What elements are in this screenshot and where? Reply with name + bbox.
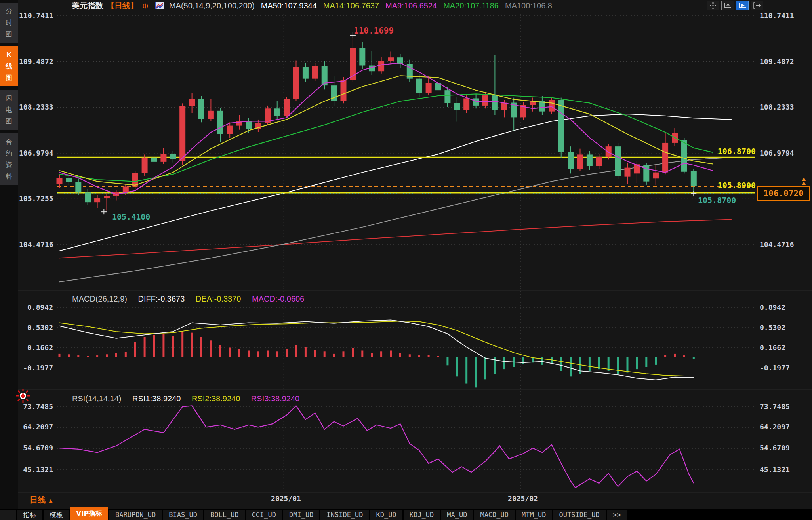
sidebar-item-kline-chart[interactable]: K线图	[0, 46, 18, 86]
tab-vip-indicators[interactable]: VIP指标	[70, 507, 108, 520]
diff-value: DIFF:-0.3673	[138, 294, 185, 303]
chart-type-sidebar: 分时图 K线图 闪电图 合约资料	[0, 0, 18, 509]
ma20-value: MA20:107.1186	[443, 1, 499, 10]
dea-value: DEA:-0.3370	[196, 294, 241, 303]
tab-dmi-ud[interactable]: DMI_UD	[283, 510, 319, 520]
tab-cci-ud[interactable]: CCI_UD	[246, 510, 282, 520]
chart-header: 美元指数 【日线】 ⊕ MA(50,14,9,20,100,200) MA50:…	[18, 0, 812, 11]
sidebar-item-time-chart[interactable]: 分时图	[0, 3, 18, 43]
macd-axis-label: 0.1662	[19, 344, 53, 352]
levels-layer	[57, 157, 755, 194]
current-price-value: 106.0720	[763, 189, 803, 198]
macd-panel-title: MACD(26,12,9) DIFF:-0.3673 DEA:-0.3370 M…	[72, 294, 313, 304]
y-axis-label: 109.4872	[760, 57, 803, 66]
macd-axis-label: -0.1977	[19, 364, 53, 372]
rsi-axis-label: 54.6709	[760, 444, 803, 452]
alert-burst-icon[interactable]	[15, 388, 31, 404]
candles-layer	[57, 37, 697, 211]
y-axis-label: 110.7411	[760, 11, 803, 20]
axis-shift-icon[interactable]	[751, 1, 763, 10]
sidebar-item-flash-chart[interactable]: 闪电图	[0, 90, 18, 130]
high-price-label: 110.1699	[354, 26, 394, 36]
y-axis-label: 108.2333	[19, 103, 53, 112]
macd-value: MACD:-0.0606	[252, 294, 304, 303]
tab-inside-ud[interactable]: INSIDE_UD	[320, 510, 369, 520]
y-axis-label: 105.7255	[19, 194, 53, 203]
resistance-level-label: 106.8700	[701, 146, 756, 156]
low-price-label: 105.4100	[112, 212, 150, 222]
y-axis-label: 110.7411	[19, 11, 53, 20]
tab-spacer	[0, 510, 16, 520]
y-axis-label: 104.4716	[760, 240, 803, 249]
y-axis-label: 106.9794	[760, 149, 803, 158]
rsi-axis-label: 54.6709	[19, 444, 53, 452]
tab-ma-ud[interactable]: MA_UD	[441, 510, 473, 520]
ma14-value: MA14:106.7637	[323, 1, 379, 10]
symbol-title: 美元指数	[72, 0, 103, 11]
sidebar-item-contract-info[interactable]: 合约资料	[0, 133, 18, 185]
circle-plus-icon[interactable]: ⊕	[142, 1, 149, 10]
rsi-axis-label: 64.2097	[760, 423, 803, 431]
period-indicator[interactable]: 日线 ▲	[30, 495, 53, 505]
price-chart-svg[interactable]	[18, 11, 812, 493]
tab-outside-ud[interactable]: OUTSIDE_UD	[553, 510, 605, 520]
rsi-layer	[59, 406, 694, 488]
rsi-axis-label: 73.7485	[760, 402, 803, 411]
macd-axis-label: 0.5302	[19, 323, 53, 332]
tab-bias-ud[interactable]: BIAS_UD	[163, 510, 203, 520]
rsi1-value: RSI1:38.9240	[132, 394, 181, 403]
tab-templates[interactable]: 模板	[44, 510, 69, 520]
ma-settings-label: MA(50,14,9,20,100,200)	[169, 1, 255, 10]
rsi-axis-label: 45.1321	[760, 465, 803, 474]
macd-layer	[59, 320, 694, 387]
ma9-value: MA9:106.6524	[385, 1, 437, 10]
macd-axis-label: 0.1662	[760, 344, 803, 352]
mini-chart-icon[interactable]	[155, 2, 164, 9]
y-axis-label: 109.4872	[19, 57, 53, 66]
tab-indicators[interactable]: 指标	[17, 510, 42, 520]
x-axis-label-feb: 2025/02	[497, 494, 549, 503]
tab-kdj-ud[interactable]: KDJ_UD	[404, 510, 440, 520]
rsi3-value: RSI3:38.9240	[251, 394, 299, 403]
axis-scale-icon[interactable]	[721, 1, 734, 10]
tab-barupdn-ud[interactable]: BARUPDN_UD	[109, 510, 162, 520]
rsi-axis-label: 64.2097	[19, 423, 53, 431]
price-up-arrow-icon: ▲▲	[801, 177, 807, 185]
ma50-value: MA50:107.9344	[261, 1, 317, 10]
period-tag: 【日线】	[107, 0, 138, 11]
tab-mtm-ud[interactable]: MTM_UD	[516, 510, 552, 520]
x-axis-label-jan: 2025/01	[260, 494, 312, 503]
chart-toolbar	[707, 1, 763, 10]
slow-ma-layer	[59, 114, 732, 282]
move-crosshair-icon[interactable]	[707, 1, 719, 10]
tab-boll-ud[interactable]: BOLL_UD	[204, 510, 245, 520]
current-price-tag: 106.0720	[757, 186, 810, 201]
last-low-label: 105.8700	[698, 195, 736, 205]
rsi-settings-label: RSI(14,14,14)	[72, 394, 122, 403]
indicator-tab-bar: 指标 模板 VIP指标 BARUPDN_UD BIAS_UD BOLL_UD C…	[0, 509, 812, 520]
tab-more[interactable]: >>	[607, 510, 627, 520]
macd-axis-label: 0.5302	[760, 323, 803, 332]
rsi-axis-label: 73.7485	[19, 402, 53, 411]
macd-axis-label: 0.8942	[19, 303, 53, 312]
y-axis-label: 104.4716	[19, 240, 53, 249]
macd-axis-label: -0.1977	[760, 364, 803, 372]
macd-axis-label: 0.8942	[760, 303, 803, 312]
support-level-label: 105.8900	[701, 180, 756, 190]
y-axis-label: 106.9794	[19, 149, 53, 158]
axis-play-icon[interactable]	[736, 1, 749, 10]
tab-macd-ud[interactable]: MACD_UD	[474, 510, 515, 520]
triangle-up-icon: ▲	[48, 497, 54, 504]
rsi2-value: RSI2:38.9240	[192, 394, 240, 403]
ma100-value: MA100:106.8	[505, 1, 552, 10]
fast-ma-layer	[59, 63, 713, 194]
tab-kd-ud[interactable]: KD_UD	[370, 510, 402, 520]
macd-settings-label: MACD(26,12,9)	[72, 294, 127, 303]
trading-app: 分时图 K线图 闪电图 合约资料 美元指数 【日线】 ⊕ MA(50,14,9,…	[0, 0, 812, 520]
y-axis-label: 108.2333	[760, 103, 803, 112]
rsi-panel-title: RSI(14,14,14) RSI1:38.9240 RSI2:38.9240 …	[72, 394, 308, 403]
period-label: 日线	[30, 495, 46, 504]
rsi-axis-label: 45.1321	[19, 465, 53, 474]
